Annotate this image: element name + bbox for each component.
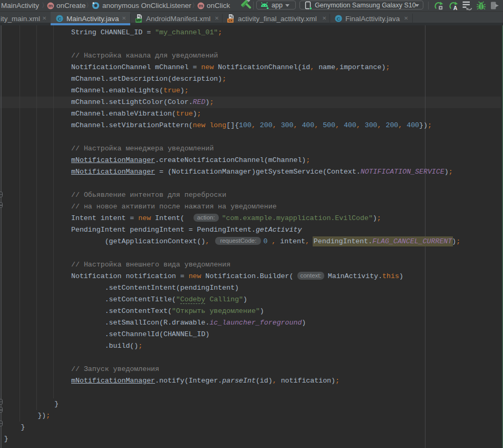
svg-text:C: C xyxy=(337,16,341,22)
svg-text:cx: cx xyxy=(228,18,233,22)
svg-text:m: m xyxy=(199,3,203,8)
svg-text:C: C xyxy=(58,16,62,22)
svg-text:m: m xyxy=(49,3,53,8)
svg-text:MF: MF xyxy=(136,18,142,22)
svg-text:A: A xyxy=(453,5,458,11)
